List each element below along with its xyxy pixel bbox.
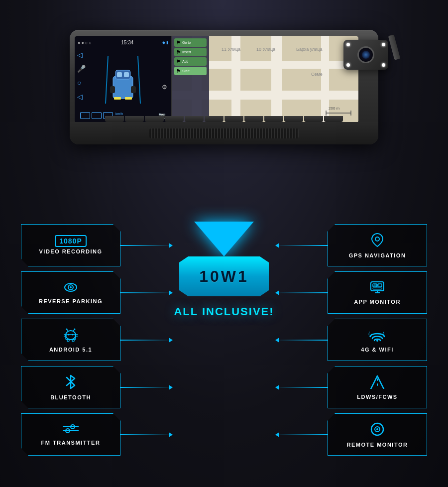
clock-display: 15:34 (121, 40, 133, 45)
wifi-icon: ( ) (368, 328, 386, 344)
android-label: ANDROID 5.1 (49, 347, 92, 353)
flag-icon-4: ⚑ (176, 68, 181, 74)
svg-rect-7 (131, 86, 136, 93)
connector-gps (275, 245, 328, 246)
svg-text:APP: APP (373, 284, 379, 287)
connector-reverse (120, 292, 173, 293)
nav-menu-overlay: ⚑ Go to ⚑ Insert ⚑ Add ⚑ (172, 36, 209, 123)
feature-bluetooth: BLUETOOTH (21, 366, 120, 408)
wifi-svg: ( ) (368, 328, 386, 342)
svg-point-27 (70, 286, 72, 288)
tab-3 (145, 116, 164, 122)
insert-label: Insert (182, 50, 191, 54)
arrow-app (275, 290, 279, 295)
tab-8 (244, 116, 263, 122)
camera-lens (357, 46, 374, 63)
connector-video (120, 245, 173, 246)
app-monitor-label: APP MONITOR (354, 299, 401, 305)
feature-app-monitor: APP APP MONITOR (328, 271, 427, 314)
svg-rect-2 (113, 76, 133, 99)
badge-text: 10W1 (199, 267, 249, 286)
led-bottom-right (382, 63, 385, 67)
feature-remote-monitor: REMOTE MONITOR (328, 413, 427, 456)
app-monitor-icon: APP (370, 281, 385, 296)
right-side-icons: ⚙ (162, 84, 167, 91)
device-screen: ●●○○ 15:34 ◆ ▮ ◁ 🎤 ○ ◁ (75, 36, 358, 123)
svg-point-52 (376, 340, 378, 342)
feature-video-recording: 1080P VIDEO RECORDING (21, 224, 120, 266)
remote-svg (370, 422, 385, 437)
nav-map: 11 Улица 10 Улица Барха улица Семе 200 m (172, 36, 358, 123)
svg-line-56 (377, 376, 384, 389)
svg-rect-9 (125, 97, 132, 100)
svg-text:10 Улица: 10 Улица (256, 47, 275, 52)
connector-fm (120, 434, 173, 435)
gps-svg (371, 233, 384, 247)
ldws-icon (369, 375, 386, 391)
bluetooth-icon (65, 374, 77, 391)
all-inclusive-label: ALL INCLUSIVE! (174, 305, 274, 318)
goto-label: Go to (182, 41, 191, 44)
status-icons: ◆ ▮ (162, 40, 168, 45)
camera-body (343, 40, 388, 70)
app-svg: APP (370, 281, 385, 294)
connector-app (275, 292, 328, 293)
mirror-body: ●●○○ 15:34 ◆ ▮ ◁ 🎤 ○ ◁ (70, 30, 378, 144)
nav-goto: ⚑ Go to (174, 38, 207, 47)
nav-add: ⚑ Add (174, 57, 207, 66)
led-bottom-left (346, 63, 350, 67)
connector-ldws (275, 387, 328, 388)
arrow-video (169, 243, 173, 248)
bluetooth-svg (65, 374, 77, 389)
svg-rect-38 (67, 339, 69, 342)
arrow-android (169, 338, 173, 343)
speaker-grille (149, 128, 299, 138)
mirror-bottom (70, 122, 378, 144)
feature-gps: GPS NAVIGATION (328, 224, 427, 266)
fm-icon (62, 424, 80, 437)
remote-monitor-icon (370, 422, 385, 439)
connector-wifi (275, 340, 328, 341)
arrow-wifi (275, 338, 279, 343)
nav-start: ⚑ Start (174, 67, 207, 75)
tab-6 (205, 116, 224, 122)
adas-svg (98, 51, 148, 106)
tab-10 (284, 116, 303, 122)
arrow-ldws (275, 385, 279, 390)
gps-icon (371, 233, 384, 249)
bluetooth-label: BLUETOOTH (50, 394, 91, 400)
svg-point-61 (376, 428, 378, 430)
svg-line-55 (371, 376, 377, 389)
svg-point-44 (375, 237, 379, 241)
arrow-bluetooth (169, 385, 173, 390)
adas-display (78, 45, 168, 112)
fm-label: FM TRANSMITTER (41, 440, 101, 446)
svg-rect-48 (373, 288, 382, 289)
adas-panel: ●●○○ 15:34 ◆ ▮ ◁ 🎤 ○ ◁ (75, 36, 172, 123)
svg-text:Барха улица: Барха улица (296, 47, 322, 52)
svg-text:Семе: Семе (311, 72, 323, 77)
tab-2 (125, 116, 144, 122)
tab-9 (264, 116, 283, 122)
feature-android: ANDROID 5.1 (21, 319, 120, 361)
tab-5 (185, 116, 204, 122)
flag-icon-2: ⚑ (176, 49, 181, 55)
android-icon (64, 328, 78, 344)
tab-4 (165, 116, 184, 122)
tab-11 (304, 116, 323, 122)
feature-fm-transmitter: FM TRANSMITTER (21, 413, 120, 456)
tab-7 (224, 116, 243, 122)
svg-text:11 Улица: 11 Улица (222, 47, 240, 52)
nav-panel: 11 Улица 10 Улица Барха улица Семе 200 m (172, 36, 358, 123)
feature-reverse-parking: REVERSE PARKING (21, 271, 120, 314)
svg-rect-36 (64, 335, 66, 336)
signal-dots: ●●○○ (78, 40, 93, 45)
svg-line-0 (106, 56, 108, 104)
svg-point-28 (66, 331, 76, 340)
android-svg (64, 328, 78, 342)
reverse-parking-label: REVERSE PARKING (39, 298, 103, 304)
feature-4g-wifi: ( ) 4G & WIFI (328, 319, 427, 361)
connector-bluetooth (120, 387, 173, 388)
arrow-reverse (169, 290, 173, 295)
video-recording-icon: 1080P (55, 237, 86, 245)
